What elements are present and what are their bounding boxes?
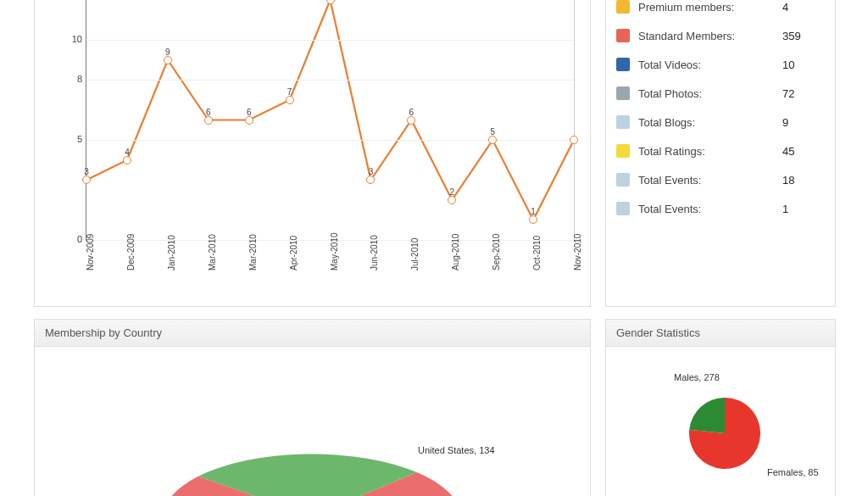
y-tick-label: 0 <box>50 234 82 244</box>
line-chart-point <box>204 116 213 125</box>
x-tick-label: Aug-2010 <box>451 220 460 270</box>
stat-label: Standard Members: <box>638 30 782 42</box>
line-chart-point <box>407 116 415 125</box>
x-tick-label: Mar-2010 <box>248 220 258 270</box>
stat-row: Total Videos:10 <box>616 50 825 79</box>
stat-label: Total Videos: <box>638 59 782 71</box>
stat-label: Total Events: <box>638 174 782 187</box>
x-tick-label: Oct-2010 <box>532 220 542 270</box>
x-tick-label: Nov-2010 <box>573 220 582 270</box>
country-pie: United States, 134 <box>35 381 590 496</box>
line-chart-point-label: 5 <box>490 127 495 137</box>
line-chart-panel: 05810 3496671236251 Nov-2009Dec-2009Jan-… <box>34 0 591 307</box>
line-chart-point-label: 2 <box>449 187 454 197</box>
stat-icon <box>616 29 630 42</box>
line-chart: 05810 3496671236251 Nov-2009Dec-2009Jan-… <box>50 0 575 296</box>
line-chart-point-label: 6 <box>247 108 252 117</box>
stat-row: Total Events:18 <box>616 165 825 194</box>
line-chart-svg <box>86 0 574 240</box>
line-chart-point-label: 6 <box>409 108 415 117</box>
stat-icon <box>616 115 630 129</box>
x-tick-label: Mar-2010 <box>208 220 217 270</box>
stat-label: Total Blogs: <box>638 116 782 129</box>
stat-row: Total Photos:72 <box>616 79 825 108</box>
stat-row: Premium members:4 <box>616 0 825 21</box>
country-panel: Membership by Country United States, 134 <box>34 319 591 496</box>
line-chart-point-label: 7 <box>287 87 292 97</box>
stat-icon <box>616 58 630 71</box>
stat-value: 72 <box>782 87 825 100</box>
line-chart-point-label: 9 <box>165 47 170 57</box>
stat-value: 10 <box>782 59 825 71</box>
stat-icon <box>616 202 630 215</box>
line-chart-plot: 3496671236251 <box>86 0 575 241</box>
line-chart-point <box>164 56 172 64</box>
line-chart-point <box>448 196 456 204</box>
stat-icon <box>616 0 630 14</box>
stat-label: Total Ratings: <box>638 145 782 158</box>
stat-row: Total Ratings:45 <box>616 137 825 165</box>
line-chart-point-label: 3 <box>84 167 89 176</box>
stat-label: Total Photos: <box>638 87 782 100</box>
x-tick-label: May-2010 <box>330 220 339 270</box>
stat-value: 359 <box>782 30 825 42</box>
stat-row: Total Blogs:9 <box>616 108 825 137</box>
y-tick-label: 10 <box>50 34 82 44</box>
stat-value: 4 <box>782 1 825 14</box>
stat-row: Standard Members:359 <box>616 21 825 50</box>
stat-icon <box>616 144 630 158</box>
line-chart-point <box>245 116 253 125</box>
stat-value: 1 <box>782 203 825 215</box>
line-chart-point-label: 3 <box>369 167 374 176</box>
country-pie-svg <box>35 381 590 496</box>
line-chart-point <box>82 176 91 184</box>
y-tick-label: 5 <box>50 134 82 144</box>
stat-icon <box>616 173 630 187</box>
stat-value: 9 <box>782 116 825 129</box>
x-tick-label: Nov-2009 <box>86 220 95 270</box>
stat-row: Total Events:1 <box>616 194 825 223</box>
country-panel-title: Membership by Country <box>35 320 590 347</box>
line-chart-point <box>570 136 578 144</box>
stat-icon <box>616 86 630 100</box>
line-chart-point-label: 6 <box>206 108 211 117</box>
stat-label: Premium members: <box>638 1 782 14</box>
country-label-us: United States, 134 <box>418 445 495 455</box>
gender-panel-title: Gender Statistics <box>606 320 835 347</box>
gender-label-females: Females, 85 <box>767 467 819 477</box>
x-tick-label: Jul-2010 <box>410 220 420 270</box>
gender-pie: Males, 278 Females, 85 <box>623 372 818 491</box>
gender-label-males: Males, 278 <box>674 372 720 382</box>
line-chart-point <box>123 156 131 164</box>
x-tick-label: Apr-2010 <box>289 220 298 270</box>
x-tick-label: Jan-2010 <box>167 220 176 270</box>
gender-panel: Gender Statistics Males, 278 Females, 85 <box>605 319 836 496</box>
line-chart-point <box>488 136 497 144</box>
stat-label: Total Events: <box>638 203 782 215</box>
stat-value: 18 <box>782 174 825 187</box>
line-chart-point <box>366 176 375 184</box>
stat-value: 45 <box>782 145 825 158</box>
x-tick-label: Jun-2010 <box>370 220 379 270</box>
line-chart-point-label: 1 <box>531 207 536 216</box>
line-chart-point <box>286 96 294 104</box>
x-tick-label: Sep-2010 <box>492 220 501 270</box>
stats-list: Premium members:4Standard Members:359Tot… <box>606 0 835 223</box>
line-chart-point-label: 4 <box>125 148 130 157</box>
y-tick-label: 8 <box>50 74 82 84</box>
stats-panel: Premium members:4Standard Members:359Tot… <box>605 0 836 307</box>
x-tick-label: Dec-2009 <box>126 220 136 270</box>
